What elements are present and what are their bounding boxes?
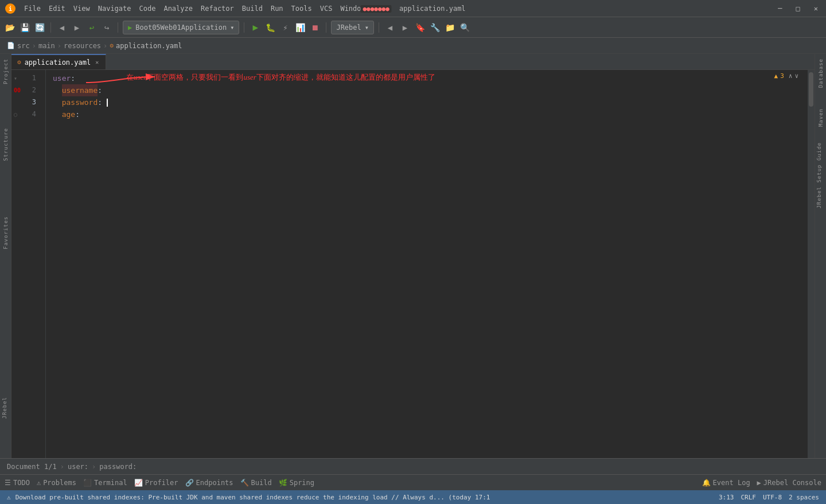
sidebar-structure[interactable]: Structure <box>1 123 10 166</box>
code-line-4: age: <box>53 108 815 120</box>
scroll-down-icon[interactable]: ∨ <box>794 72 798 80</box>
sidebar-favorites[interactable]: Favorites <box>1 212 10 254</box>
breadcrumb-file[interactable]: application.yaml <box>116 42 182 50</box>
window-controls: ─ □ ✕ <box>774 3 821 14</box>
menu-code[interactable]: Code <box>136 3 159 14</box>
right-tab-maven[interactable]: Maven <box>816 104 825 131</box>
tool-todo[interactable]: ☰ TODO <box>5 479 30 487</box>
forward-button[interactable]: ▶ <box>71 21 83 34</box>
code-line-1: user: <box>53 72 815 84</box>
menu-file[interactable]: File <box>21 3 44 14</box>
menu-analyze[interactable]: Analyze <box>160 3 196 14</box>
maximize-button[interactable]: □ <box>793 3 804 14</box>
profiler-label: Profiler <box>145 479 178 487</box>
tool-endpoints[interactable]: 🔗 Endpoints <box>185 479 233 487</box>
breadcrumb-main[interactable]: main <box>38 42 55 50</box>
yaml-key-username: username <box>62 84 98 96</box>
close-button[interactable]: ✕ <box>811 3 821 14</box>
nav-bar: Document 1/1 › user: › password: <box>0 458 826 474</box>
menu-run[interactable]: Run <box>267 3 287 14</box>
status-message[interactable]: Download pre-built shared indexes: Pre-b… <box>15 494 490 501</box>
right-panel: Database Maven JRebel Setup Guide <box>815 54 826 458</box>
settings-button[interactable]: 🔧 <box>428 21 441 34</box>
todo-label: TODO <box>13 479 30 487</box>
toolbar-sep-1 <box>50 22 51 33</box>
line-number-3: 3 <box>11 96 41 108</box>
breadcrumb: 📄 src › main › resources › ⚙ application… <box>0 38 826 54</box>
menu-navigate[interactable]: Navigate <box>95 3 135 14</box>
vertical-scrollbar[interactable] <box>808 70 815 458</box>
sync-button[interactable]: 🔄 <box>33 21 46 34</box>
code-area[interactable]: user: username: password: age: <box>46 70 815 458</box>
right-tab-database[interactable]: Database <box>816 54 825 92</box>
run-button[interactable]: ▶ <box>249 21 262 34</box>
menu-edit[interactable]: Edit <box>45 3 69 14</box>
sidebar-project[interactable]: Project <box>1 54 10 89</box>
breadcrumb-resources[interactable]: resources <box>64 42 101 50</box>
dropdown-arrow: ▾ <box>230 24 234 32</box>
nav-next[interactable]: ▶ <box>399 21 411 34</box>
debug-button[interactable]: 🐛 <box>264 21 276 34</box>
toolbar-sep-4 <box>326 22 326 33</box>
status-position[interactable]: 3:13 <box>719 494 734 501</box>
menu-view[interactable]: View <box>70 3 93 14</box>
jrebel-dropdown[interactable]: JRebel ▾ <box>331 21 374 34</box>
window-title: ●●●●●●● application.yaml <box>360 5 465 13</box>
status-warning-icon: ⚠ <box>7 494 11 501</box>
status-encoding[interactable]: UTF-8 <box>763 494 782 501</box>
nav-prev[interactable]: ◀ <box>384 21 396 34</box>
tab-label: application.yaml <box>25 58 91 67</box>
menu-refactor[interactable]: Refactor <box>197 3 237 14</box>
fold-icon-4[interactable]: ○ <box>14 110 17 119</box>
status-line-ending[interactable]: CRLF <box>741 494 756 501</box>
back-button[interactable]: ◀ <box>56 21 68 34</box>
search-button[interactable]: 🔍 <box>458 21 471 34</box>
tab-close-button[interactable]: ✕ <box>94 58 100 66</box>
project-files[interactable]: 📁 <box>443 21 456 34</box>
scrollbar-thumb[interactable] <box>809 72 813 107</box>
spring-label: Spring <box>290 479 314 487</box>
tool-profiler[interactable]: 📈 Profiler <box>134 479 178 487</box>
status-bar: ⚠ Download pre-built shared indexes: Pre… <box>0 490 826 504</box>
code-line-2: username: <box>53 84 815 96</box>
problems-label: Problems <box>43 479 76 487</box>
bookmarks[interactable]: 🔖 <box>414 21 426 34</box>
nav-sep-1: › <box>60 463 64 471</box>
project-name: Boot05Web01Application <box>135 24 227 32</box>
problems-icon: ⚠ <box>37 479 41 487</box>
menu-tools[interactable]: Tools <box>288 3 315 14</box>
tool-spring[interactable]: 🌿 Spring <box>279 479 314 487</box>
tool-problems[interactable]: ⚠ Problems <box>37 479 76 487</box>
menu-build[interactable]: Build <box>239 3 266 14</box>
run-with-coverage[interactable]: ⚡ <box>279 21 291 34</box>
warning-icon: ▲ <box>774 72 778 80</box>
save-button[interactable]: 💾 <box>18 21 31 34</box>
yaml-key-password: password <box>62 96 98 108</box>
tool-jrebel-console[interactable]: ▶ JRebel Console <box>757 479 821 487</box>
editor-content[interactable]: ▾ 1 00 2 3 ○ 4 user: <box>11 70 815 458</box>
open-button[interactable]: 📂 <box>3 21 16 34</box>
fold-icon-1[interactable]: ▾ <box>14 74 17 83</box>
breadcrumb-sep-1: › <box>32 42 36 50</box>
nav-sep-2: › <box>92 463 96 471</box>
main-layout: Project Structure Favorites JRebel ⚙ app… <box>0 54 826 458</box>
sidebar-jrebel[interactable]: JRebel <box>0 392 9 424</box>
project-dropdown[interactable]: ▶ Boot05Web01Application ▾ <box>123 21 239 34</box>
breadcrumb-src[interactable]: src <box>17 42 30 50</box>
endpoints-icon: 🔗 <box>185 479 194 487</box>
tab-application-yaml[interactable]: ⚙ application.yaml ✕ <box>11 54 106 69</box>
right-tab-jrebel-setup[interactable]: JRebel Setup Guide <box>815 138 824 213</box>
tool-event-log[interactable]: 🔔 Event Log <box>702 479 750 487</box>
tool-build[interactable]: 🔨 Build <box>240 479 272 487</box>
status-indent[interactable]: 2 spaces <box>789 494 819 501</box>
scroll-up-icon[interactable]: ∧ <box>789 72 793 80</box>
undo-button[interactable]: ↩ <box>85 21 98 34</box>
profile-button[interactable]: 📊 <box>294 21 306 34</box>
tool-terminal[interactable]: ⬛ Terminal <box>83 479 127 487</box>
stop-button[interactable]: ⏹ <box>309 21 321 34</box>
yaml-colon-2: : <box>98 84 102 96</box>
nav-path-password: password: <box>99 463 137 471</box>
menu-vcs[interactable]: VCS <box>317 3 336 14</box>
redo-button[interactable]: ↪ <box>100 21 113 34</box>
minimize-button[interactable]: ─ <box>774 3 785 14</box>
